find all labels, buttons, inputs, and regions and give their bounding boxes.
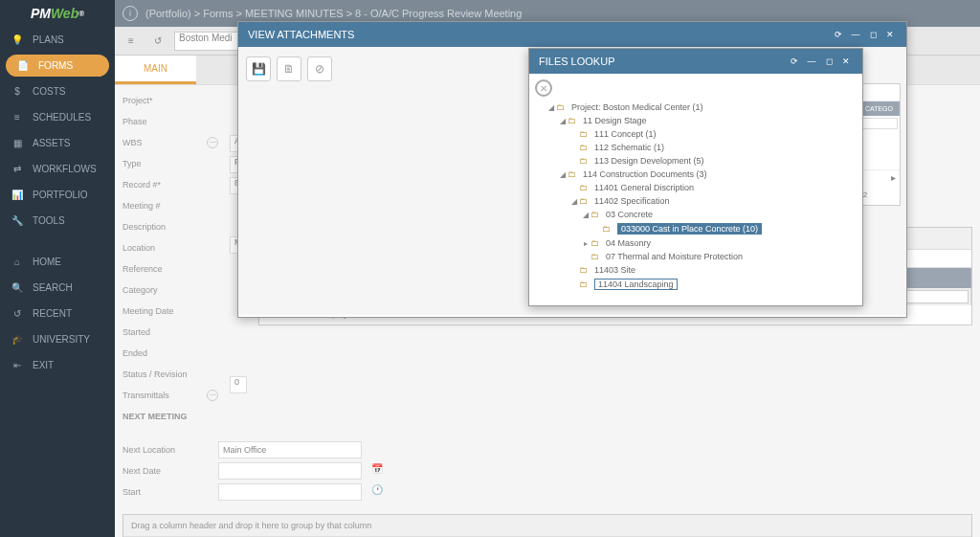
- tree-node[interactable]: 🗀113 Design Development (5): [535, 154, 857, 168]
- modal1-minimize-icon[interactable]: —: [849, 28, 862, 41]
- tree-node[interactable]: ◢🗀03 Concrete: [535, 208, 857, 221]
- modal1-maximize-icon[interactable]: ◻: [866, 28, 880, 41]
- sidebar-item-portfolio[interactable]: 📊PORTFOLIO: [0, 182, 115, 208]
- sidebar-item-home[interactable]: ⌂HOME: [0, 249, 115, 275]
- tree-node[interactable]: 🗀112 Schematic (1): [535, 141, 857, 154]
- info-icon[interactable]: i: [122, 6, 138, 21]
- menu-icon[interactable]: ≡: [121, 31, 142, 52]
- lbl-phase: Phase: [122, 117, 218, 126]
- sidebar-item-forms[interactable]: 📄FORMS: [6, 55, 109, 77]
- lbl-record: Record #*: [122, 180, 218, 190]
- tree-node[interactable]: 🗀033000 Cast in Place Concrete (10): [535, 221, 857, 236]
- filter-catego[interactable]: [861, 118, 898, 129]
- files-lookup-modal: FILES LOOKUP ⟳ — ◻ ✕ ✕ ◢🗀Project: Boston…: [528, 48, 863, 306]
- cancel-icon[interactable]: ⊘: [307, 56, 332, 81]
- folder-icon: 🗀: [579, 129, 590, 139]
- folder-icon: 🗀: [568, 116, 579, 125]
- input-next-location[interactable]: Main Office: [218, 441, 362, 459]
- lbl-project: Project*: [122, 96, 218, 105]
- folder-icon: 🗀: [579, 280, 590, 289]
- tree-node[interactable]: ▸🗀04 Masonry: [535, 236, 857, 250]
- saveas-icon[interactable]: 🗎: [277, 56, 301, 81]
- sidebar: 💡PLANS📄FORMS$COSTS≡SCHEDULES▦ASSETS⇄WORK…: [0, 27, 115, 537]
- sidebar-item-tools[interactable]: 🔧TOOLS: [0, 208, 115, 234]
- search-icon: 🔍: [10, 282, 25, 293]
- lbl-meeting-date: Meeting Date: [122, 306, 218, 316]
- sidebar-item-university[interactable]: 🎓UNIVERSITY: [0, 326, 115, 352]
- folder-icon: 🗀: [579, 143, 590, 152]
- modal2-refresh-icon[interactable]: ⟳: [788, 55, 801, 68]
- tree-toggle-icon[interactable]: ▸: [581, 239, 590, 248]
- modal2-close-circle-icon[interactable]: ✕: [535, 79, 552, 97]
- wbs-more-icon[interactable]: ⋯: [207, 137, 218, 148]
- sidebar-item-search[interactable]: 🔍SEARCH: [0, 275, 115, 301]
- tab-main[interactable]: MAIN: [115, 56, 196, 84]
- tree-node[interactable]: ◢🗀Project: Boston Medical Center (1): [535, 101, 857, 114]
- modal2-close-icon[interactable]: ✕: [839, 55, 853, 68]
- sidebar-item-assets[interactable]: ▦ASSETS: [0, 130, 115, 156]
- tree-node[interactable]: 🗀11404 Landscaping: [535, 277, 857, 292]
- modal1-refresh-icon[interactable]: ⟳: [832, 28, 845, 41]
- folder-icon: 🗀: [579, 196, 590, 206]
- modal2-minimize-icon[interactable]: —: [805, 55, 818, 68]
- tree-node[interactable]: 🗀11401 General Discription: [535, 181, 857, 194]
- lbl-description: Description: [122, 222, 218, 232]
- input-next-date[interactable]: [218, 462, 362, 480]
- calendar-icon[interactable]: 📅: [371, 463, 387, 479]
- app-logo: PMWeb®: [0, 0, 115, 27]
- tree-node[interactable]: 🗀07 Thermal and Moisture Protection: [535, 250, 857, 263]
- tree-toggle-icon[interactable]: ◢: [558, 117, 568, 125]
- folder-icon: 🗀: [590, 252, 602, 261]
- sidebar-item-exit[interactable]: ⇤EXIT: [0, 352, 115, 378]
- tree-node[interactable]: 🗀11403 Site: [535, 263, 857, 277]
- save-icon[interactable]: 💾: [246, 56, 271, 81]
- sidebar-item-workflows[interactable]: ⇄WORKFLOWS: [0, 156, 115, 182]
- trans-more-icon[interactable]: ⋯: [207, 390, 218, 401]
- lbl-start: Start: [122, 487, 209, 497]
- folder-icon: 🗀: [579, 183, 590, 192]
- tree-node[interactable]: 🗀111 Concept (1): [535, 127, 857, 141]
- sidebar-item-plans[interactable]: 💡PLANS: [0, 27, 115, 53]
- clock-icon[interactable]: 🕐: [371, 484, 387, 500]
- home-icon: ⌂: [10, 257, 25, 267]
- input-trans[interactable]: 0: [230, 376, 247, 393]
- sidebar-item-schedules[interactable]: ≡SCHEDULES: [0, 104, 115, 130]
- tree-node[interactable]: ◢🗀11 Design Stage: [535, 114, 857, 127]
- file-tree: ◢🗀Project: Boston Medical Center (1)◢🗀11…: [535, 101, 857, 292]
- university-icon: 🎓: [10, 334, 25, 345]
- sidebar-item-recent[interactable]: ↺RECENT: [0, 301, 115, 326]
- tree-toggle-icon[interactable]: ◢: [546, 103, 556, 112]
- modal2-title: FILES LOOKUP: [539, 56, 784, 67]
- lbl-type: Type: [122, 159, 218, 168]
- lbl-status: Status / Revision: [122, 369, 218, 379]
- modal1-close-icon[interactable]: ✕: [883, 28, 897, 41]
- project-select[interactable]: Boston Medi: [174, 32, 241, 51]
- tree-toggle-icon[interactable]: ◢: [569, 197, 579, 206]
- tree-node[interactable]: ◢🗀114 Construction Documents (3): [535, 168, 857, 181]
- lbl-meeting: Meeting #: [122, 201, 218, 211]
- workflows-icon: ⇄: [10, 164, 25, 174]
- tree-node[interactable]: ◢🗀11402 Specification: [535, 194, 857, 208]
- breadcrumb: (Portfolio) > Forms > MEETING MINUTES > …: [145, 8, 522, 19]
- input-start[interactable]: [218, 483, 362, 501]
- col-catego[interactable]: CATEGO: [859, 101, 900, 116]
- lbl-transmittals: Transmittals: [122, 391, 207, 400]
- lbl-next-date: Next Date: [122, 466, 209, 476]
- exit-icon: ⇤: [10, 360, 25, 370]
- lbl-started: Started: [122, 327, 218, 337]
- lbl-ended: Ended: [122, 348, 218, 358]
- lbl-category: Category: [122, 285, 218, 295]
- folder-icon: 🗀: [579, 156, 590, 166]
- tree-toggle-icon[interactable]: ◢: [581, 211, 590, 219]
- forms-icon: 📄: [15, 60, 31, 71]
- tree-toggle-icon[interactable]: ◢: [558, 170, 568, 179]
- group-hint-2: Drag a column header and drop it here to…: [123, 515, 971, 537]
- items-grid: Drag a column header and drop it here to…: [122, 514, 972, 537]
- sidebar-item-costs[interactable]: $COSTS: [0, 78, 115, 104]
- assets-icon: ▦: [10, 138, 25, 148]
- folder-icon: 🗀: [556, 102, 568, 112]
- history-icon[interactable]: ↺: [147, 31, 168, 52]
- schedules-icon: ≡: [10, 112, 25, 123]
- folder-icon: 🗀: [590, 238, 602, 248]
- modal2-maximize-icon[interactable]: ◻: [822, 55, 835, 68]
